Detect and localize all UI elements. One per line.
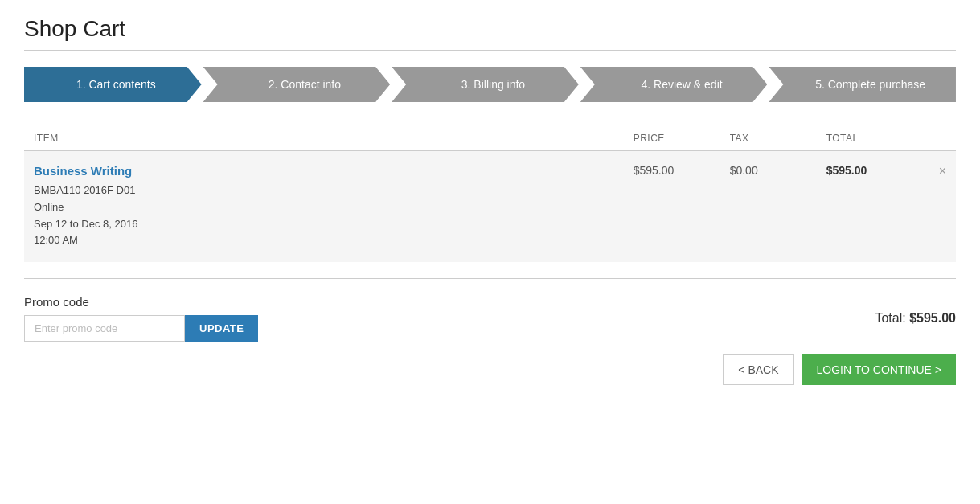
item-mode: Online: [34, 201, 64, 213]
item-cell: Business Writing BMBA110 2016F D01 Onlin…: [24, 151, 624, 263]
bottom-divider: [24, 278, 956, 279]
title-divider: [24, 50, 956, 51]
item-details: BMBA110 2016F D01 Online Sep 12 to Dec 8…: [34, 182, 614, 249]
total-amount: $595.00: [909, 311, 956, 325]
promo-section: Promo code UPDATE: [24, 295, 258, 342]
total-label: Total:: [875, 311, 905, 325]
item-code: BMBA110 2016F D01: [34, 184, 135, 196]
step-review-edit[interactable]: 4. Review & edit: [580, 67, 768, 102]
back-button[interactable]: < BACK: [723, 354, 793, 385]
promo-total-row: Promo code UPDATE Total: $595.00: [24, 295, 956, 342]
step-contact-info[interactable]: 2. Contact info: [203, 67, 391, 102]
update-button[interactable]: UPDATE: [185, 315, 258, 342]
col-header-price: PRICE: [624, 126, 720, 151]
bottom-buttons: < BACK LOGIN TO CONTINUE >: [24, 354, 956, 385]
item-name-link[interactable]: Business Writing: [34, 164, 614, 178]
promo-code-input[interactable]: [24, 315, 185, 342]
item-dates: Sep 12 to Dec 8, 2016: [34, 218, 137, 230]
item-price: $595.00: [624, 151, 720, 263]
col-header-total: TOTAL: [817, 126, 929, 151]
col-header-item: ITEM: [24, 126, 624, 151]
item-time: 12:00 AM: [34, 234, 78, 246]
page-title: Shop Cart: [24, 16, 956, 42]
remove-item-button[interactable]: ×: [929, 151, 956, 263]
total-section: Total: $595.00: [875, 311, 956, 326]
steps-bar: 1. Cart contents 2. Contact info 3. Bill…: [24, 67, 956, 102]
cart-table: ITEM PRICE TAX TOTAL Business Writing BM…: [24, 126, 956, 262]
col-header-tax: TAX: [720, 126, 817, 151]
promo-input-row: UPDATE: [24, 315, 258, 342]
step-billing-info[interactable]: 3. Billing info: [392, 67, 579, 102]
promo-label: Promo code: [24, 295, 258, 309]
item-tax: $0.00: [720, 151, 817, 263]
step-complete-purchase[interactable]: 5. Complete purchase: [769, 67, 956, 102]
table-row: Business Writing BMBA110 2016F D01 Onlin…: [24, 151, 956, 263]
step-cart-contents[interactable]: 1. Cart contents: [24, 67, 202, 102]
item-total: $595.00: [817, 151, 929, 263]
login-to-continue-button[interactable]: LOGIN TO CONTINUE >: [802, 354, 956, 385]
